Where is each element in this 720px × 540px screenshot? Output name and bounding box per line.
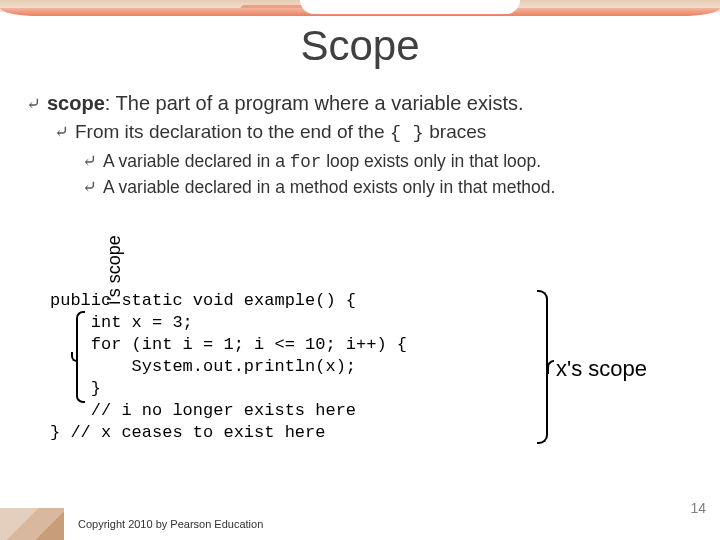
brace-x-scope <box>530 290 548 444</box>
bullet-level3: ⤶A variable declared in a for loop exist… <box>82 150 694 172</box>
brace-i-scope <box>76 311 90 403</box>
bullet-icon: ⤶ <box>26 94 41 114</box>
label-i-scope: i's scope <box>104 230 125 310</box>
bullet-icon: ⤶ <box>54 122 69 142</box>
body-text: ⤶scope: The part of a program where a va… <box>26 92 694 202</box>
b2a: From its declaration to the end of the <box>75 121 390 142</box>
bullet-level1: ⤶scope: The part of a program where a va… <box>26 92 694 115</box>
code-example: public static void example() { int x = 3… <box>50 290 407 444</box>
b2-code: { } <box>390 122 424 144</box>
slide: Scope ⤶scope: The part of a program wher… <box>0 0 720 540</box>
term-scope: scope <box>47 92 105 114</box>
bullet-level2: ⤶From its declaration to the end of the … <box>54 121 694 144</box>
b1-rest: : The part of a program where a variable… <box>105 92 524 114</box>
b2b: braces <box>424 121 486 142</box>
copyright-text: Copyright 2010 by Pearson Education <box>78 518 263 530</box>
slide-title: Scope <box>0 22 720 70</box>
b4: A variable declared in a method exists o… <box>103 177 555 197</box>
label-x-scope: x's scope <box>556 356 647 382</box>
b3b: loop exists only in that loop. <box>321 151 541 171</box>
b3a: A variable declared in a <box>103 151 290 171</box>
bullet-icon: ⤶ <box>82 151 97 171</box>
bullet-icon: ⤶ <box>82 177 97 197</box>
bullet-level3: ⤶A variable declared in a method exists … <box>82 176 694 198</box>
b3-code: for <box>290 152 322 172</box>
page-number: 14 <box>690 500 706 516</box>
decorative-corner <box>0 508 64 540</box>
